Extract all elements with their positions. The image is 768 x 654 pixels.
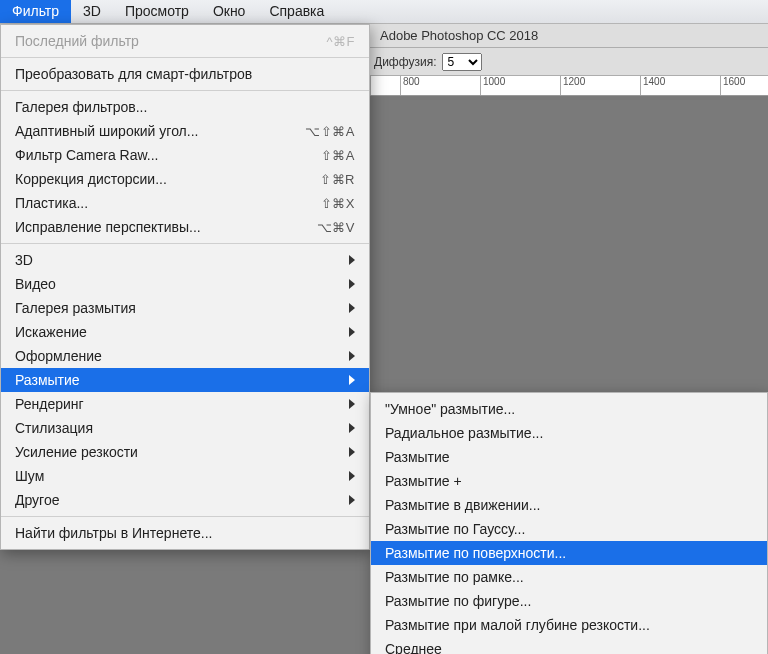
filter-menu-item[interactable]: Пластика...⇧⌘X [1,191,369,215]
menubar-item-фильтр[interactable]: Фильтр [0,0,71,23]
ruler-tick [370,76,400,95]
menu-separator [1,243,369,244]
ruler-tick: 1200 [560,76,640,95]
filter-menu-item[interactable]: Размытие [1,368,369,392]
menu-item-label: Исправление перспективы... [15,219,293,235]
menubar-item-справка[interactable]: Справка [257,0,336,23]
menu-item-label: Размытие в движении... [385,497,753,513]
diffusion-select[interactable]: 5 [442,53,482,71]
menu-item-label: Радиальное размытие... [385,425,753,441]
filter-menu-item[interactable]: Рендеринг [1,392,369,416]
submenu-arrow-icon [345,471,355,481]
submenu-arrow-icon [345,447,355,457]
filter-menu-item[interactable]: Преобразовать для смарт-фильтров [1,62,369,86]
menu-item-label: Видео [15,276,345,292]
filter-menu-item[interactable]: Коррекция дисторсии...⇧⌘R [1,167,369,191]
filter-menu-item: Последний фильтр^⌘F [1,29,369,53]
blur-submenu-item[interactable]: Размытие по Гауссу... [371,517,767,541]
ruler-tick: 800 [400,76,480,95]
blur-submenu-item[interactable]: "Умное" размытие... [371,397,767,421]
filter-menu-item[interactable]: Адаптивный широкий угол...⌥⇧⌘A [1,119,369,143]
menu-item-label: Оформление [15,348,345,364]
options-label: Диффузия: [374,55,436,69]
filter-menu-item[interactable]: Фильтр Camera Raw...⇧⌘A [1,143,369,167]
menu-item-shortcut: ⇧⌘X [297,196,355,211]
menu-item-label: Пластика... [15,195,297,211]
submenu-arrow-icon [345,255,355,265]
menubar-item-окно[interactable]: Окно [201,0,258,23]
filter-menu-item[interactable]: Галерея фильтров... [1,95,369,119]
menubar-item-3d[interactable]: 3D [71,0,113,23]
menu-item-shortcut: ⇧⌘A [297,148,355,163]
filter-menu-item[interactable]: Оформление [1,344,369,368]
blur-submenu-item[interactable]: Радиальное размытие... [371,421,767,445]
menu-item-label: Коррекция дисторсии... [15,171,296,187]
menu-item-shortcut: ⌥⌘V [293,220,355,235]
menu-item-label: Размытие по рамке... [385,569,753,585]
menu-item-label: Шум [15,468,345,484]
filter-menu-item[interactable]: Исправление перспективы...⌥⌘V [1,215,369,239]
options-bar: Диффузия: 5 [370,48,768,76]
filter-menu-item[interactable]: Видео [1,272,369,296]
menu-separator [1,57,369,58]
ruler-tick: 1400 [640,76,720,95]
submenu-arrow-icon [345,375,355,385]
menu-item-label: 3D [15,252,345,268]
filter-menu-item[interactable]: Другое [1,488,369,512]
menu-item-label: Размытие по фигуре... [385,593,753,609]
menu-item-label: Галерея размытия [15,300,345,316]
blur-submenu-item[interactable]: Размытие при малой глубине резкости... [371,613,767,637]
ruler-tick: 1600 [720,76,768,95]
submenu-arrow-icon [345,279,355,289]
filter-menu: Последний фильтр^⌘FПреобразовать для сма… [0,24,370,550]
filter-menu-item[interactable]: Шум [1,464,369,488]
blur-submenu-item[interactable]: Размытие по поверхности... [371,541,767,565]
menu-item-label: Среднее [385,641,753,654]
blur-submenu-item[interactable]: Размытие в движении... [371,493,767,517]
menu-item-shortcut: ⇧⌘R [296,172,355,187]
menu-separator [1,516,369,517]
menu-item-label: Искажение [15,324,345,340]
menu-item-label: Последний фильтр [15,33,302,49]
filter-menu-item[interactable]: Найти фильтры в Интернете... [1,521,369,545]
blur-submenu-item[interactable]: Среднее [371,637,767,654]
filter-menu-item[interactable]: Искажение [1,320,369,344]
filter-menu-item[interactable]: Усиление резкости [1,440,369,464]
menu-item-label: Фильтр Camera Raw... [15,147,297,163]
menu-item-label: Галерея фильтров... [15,99,355,115]
menubar-item-просмотр[interactable]: Просмотр [113,0,201,23]
menu-item-label: Найти фильтры в Интернете... [15,525,355,541]
blur-submenu-item[interactable]: Размытие по фигуре... [371,589,767,613]
menubar: Фильтр3DПросмотрОкноСправка [0,0,768,24]
ruler: 8001000120014001600 [370,76,768,96]
menu-item-label: Размытие + [385,473,753,489]
blur-submenu-item[interactable]: Размытие [371,445,767,469]
menu-item-label: "Умное" размытие... [385,401,753,417]
blur-submenu-item[interactable]: Размытие + [371,469,767,493]
menu-item-label: Другое [15,492,345,508]
submenu-arrow-icon [345,399,355,409]
menu-separator [1,90,369,91]
menu-item-label: Адаптивный широкий угол... [15,123,281,139]
blur-submenu: "Умное" размытие...Радиальное размытие..… [370,392,768,654]
document-title: Adobe Photoshop CC 2018 [370,24,768,48]
menu-item-label: Стилизация [15,420,345,436]
filter-menu-item[interactable]: Стилизация [1,416,369,440]
submenu-arrow-icon [345,327,355,337]
menu-item-shortcut: ⌥⇧⌘A [281,124,355,139]
blur-submenu-item[interactable]: Размытие по рамке... [371,565,767,589]
menu-item-label: Преобразовать для смарт-фильтров [15,66,355,82]
ruler-tick: 1000 [480,76,560,95]
submenu-arrow-icon [345,351,355,361]
menu-item-label: Рендеринг [15,396,345,412]
menu-item-label: Размытие при малой глубине резкости... [385,617,753,633]
menu-item-label: Усиление резкости [15,444,345,460]
filter-menu-item[interactable]: Галерея размытия [1,296,369,320]
filter-menu-item[interactable]: 3D [1,248,369,272]
menu-item-label: Размытие [385,449,753,465]
submenu-arrow-icon [345,303,355,313]
submenu-arrow-icon [345,423,355,433]
menu-item-label: Размытие по Гауссу... [385,521,753,537]
menu-item-label: Размытие по поверхности... [385,545,753,561]
submenu-arrow-icon [345,495,355,505]
